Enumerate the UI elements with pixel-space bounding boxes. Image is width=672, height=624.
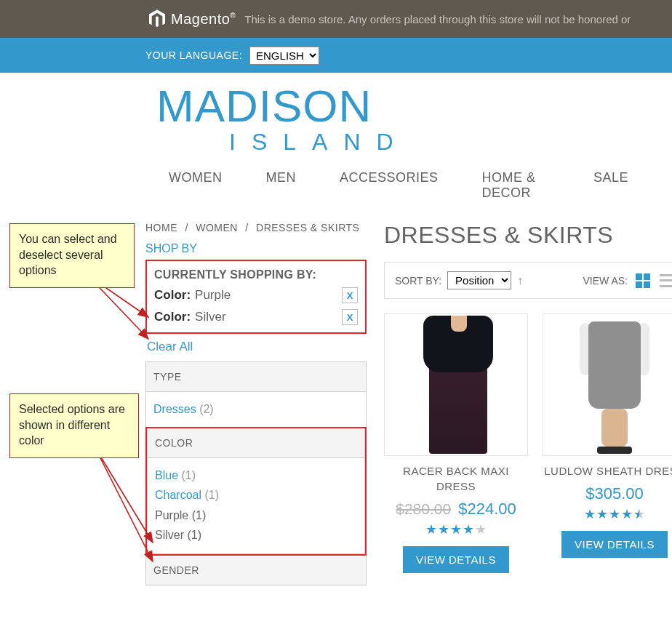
filter-gender-block: GENDER xyxy=(145,556,367,585)
current-filter-row: Color: Silver X xyxy=(147,308,365,329)
product-name[interactable]: RACER BACK MAXI DRESS xyxy=(384,463,528,494)
product-card: RACER BACK MAXI DRESS $280.00$224.00 ★★★… xyxy=(384,313,528,573)
crumb-women[interactable]: WOMEN xyxy=(196,222,238,233)
product-name[interactable]: LUDLOW SHEATH DRESS xyxy=(543,463,672,479)
product-image-link[interactable] xyxy=(543,313,672,456)
nav-home-decor[interactable]: HOME & DECOR xyxy=(482,170,550,201)
filter-gender-head: GENDER xyxy=(146,556,366,585)
currently-shopping-head: CURRENTLY SHOPPING BY: xyxy=(147,261,365,286)
crumb-home[interactable]: HOME xyxy=(145,222,177,233)
breadcrumb: HOME / WOMEN / DRESSES & SKIRTS xyxy=(145,210,367,242)
nav-accessories[interactable]: ACCESSORIES xyxy=(340,170,439,201)
demo-notice-bar: Magento® This is a demo store. Any order… xyxy=(0,0,672,38)
rating-stars: ★★★★★ xyxy=(384,521,528,537)
sort-by-label: SORT BY: xyxy=(395,275,441,287)
language-label: YOUR LANGUAGE: xyxy=(145,49,242,61)
demo-notice-text: This is a demo store. Any orders placed … xyxy=(244,13,631,25)
filter-option-purple-selected[interactable]: Purple xyxy=(155,509,188,521)
grid-view-icon[interactable] xyxy=(635,273,651,289)
filter-color-head: COLOR xyxy=(148,428,364,458)
magento-logo: Magento® xyxy=(149,9,236,29)
sidebar: HOME / WOMEN / DRESSES & SKIRTS SHOP BY … xyxy=(145,210,367,585)
current-filter-row: Color: Purple X xyxy=(147,286,365,308)
main-column: DRESSES & SKIRTS SORT BY: Position ↑ VIE… xyxy=(367,210,672,585)
product-image-link[interactable] xyxy=(384,313,528,456)
filter-option-silver-selected[interactable]: Silver xyxy=(155,529,184,541)
sort-direction-icon[interactable]: ↑ xyxy=(517,274,523,287)
filter-color-block: COLOR Blue (1) Charcoal (1) Purple (1) S… xyxy=(147,428,365,554)
site-logo[interactable]: MADISON ISLAND xyxy=(145,73,672,156)
remove-filter-button[interactable]: X xyxy=(342,287,358,303)
product-image xyxy=(409,316,503,454)
filter-type-block: TYPE Dresses (2) xyxy=(145,361,367,428)
page-title: DRESSES & SKIRTS xyxy=(384,222,672,249)
list-view-icon[interactable] xyxy=(660,273,672,289)
product-card: LUDLOW SHEATH DRESS $305.00 ★★★★★★ VIEW … xyxy=(543,313,672,573)
view-as-label: VIEW AS: xyxy=(583,275,628,287)
price: $305.00 xyxy=(585,484,644,503)
product-grid: RACER BACK MAXI DRESS $280.00$224.00 ★★★… xyxy=(384,313,672,573)
magento-icon xyxy=(149,9,165,29)
rating-stars: ★★★★★★ xyxy=(543,506,672,522)
sort-by-select[interactable]: Position xyxy=(447,271,511,289)
main-nav: WOMEN MEN ACCESSORIES HOME & DECOR SALE xyxy=(145,156,672,210)
brand-sub: ISLAND xyxy=(156,129,672,156)
nav-sale[interactable]: SALE xyxy=(593,170,628,201)
brand-top: MADISON xyxy=(156,80,672,132)
current-filter-value: Purple xyxy=(195,288,231,303)
annotation-callout: Selected options are shown in different … xyxy=(9,393,139,458)
view-details-button[interactable]: VIEW DETAILS xyxy=(403,546,509,573)
filter-option-blue[interactable]: Blue xyxy=(155,469,178,481)
language-select[interactable]: ENGLISH xyxy=(249,47,319,65)
language-bar: YOUR LANGUAGE: ENGLISH xyxy=(0,38,672,73)
current-filter-value: Silver xyxy=(195,310,226,324)
product-image xyxy=(580,316,649,454)
annotation-callout: You can select and deselect several opti… xyxy=(9,223,135,288)
nav-men[interactable]: MEN xyxy=(266,170,297,201)
price: $224.00 xyxy=(458,500,516,518)
currently-shopping-box: CURRENTLY SHOPPING BY: Color: Purple X C… xyxy=(145,260,367,334)
old-price: $280.00 xyxy=(396,500,451,517)
crumb-current: DRESSES & SKIRTS xyxy=(256,222,359,233)
remove-filter-button[interactable]: X xyxy=(342,309,358,325)
filter-option-charcoal[interactable]: Charcoal xyxy=(155,489,201,501)
shop-by-title: SHOP BY xyxy=(145,242,367,255)
clear-all-link[interactable]: Clear All xyxy=(145,334,193,361)
toolbar: SORT BY: Position ↑ VIEW AS: xyxy=(384,262,672,299)
filter-option[interactable]: Dresses xyxy=(153,403,196,415)
view-details-button[interactable]: VIEW DETAILS xyxy=(561,531,668,558)
filter-type-head: TYPE xyxy=(146,362,366,392)
nav-women[interactable]: WOMEN xyxy=(169,170,223,201)
